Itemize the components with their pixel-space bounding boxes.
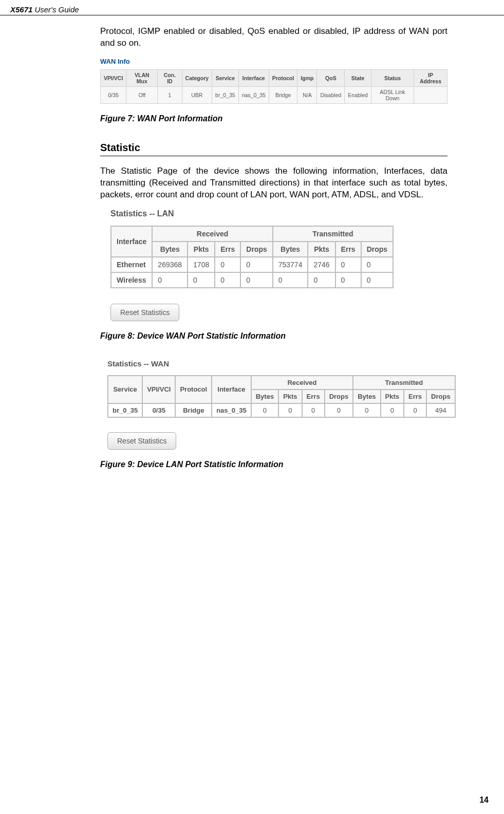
col: State bbox=[345, 69, 371, 86]
cell: 0 bbox=[251, 403, 278, 417]
cell: 0 bbox=[273, 272, 308, 288]
figure-7-caption: Figure 7: WAN Port Information bbox=[100, 114, 447, 123]
cell: 0/35 bbox=[142, 403, 175, 417]
col: Errs bbox=[215, 242, 240, 257]
table-header-row: VPI/VCI VLAN Mux Con. ID Category Servic… bbox=[101, 69, 447, 86]
cell bbox=[414, 86, 447, 103]
cell: 0 bbox=[381, 403, 404, 417]
reset-button-wrap: Reset Statistics bbox=[110, 304, 439, 321]
figure-9-caption: Figure 9: Device LAN Port Statistic Info… bbox=[100, 460, 447, 469]
cell: 753774 bbox=[273, 257, 308, 272]
lan-stats-title: Statistics -- LAN bbox=[110, 209, 439, 218]
cell: 0 bbox=[215, 272, 240, 288]
intro-continuation: Protocol, IGMP enabled or disabled, QoS … bbox=[100, 26, 447, 49]
cell: N/A bbox=[297, 86, 317, 103]
wan-statistics-figure: Statistics -- WAN Service VPI/VCI Protoc… bbox=[107, 359, 436, 450]
col: Service bbox=[108, 376, 142, 403]
cell: Enabled bbox=[345, 86, 371, 103]
wan-info-label: WAN Info bbox=[100, 58, 447, 65]
cell: Bridge bbox=[175, 403, 212, 417]
cell: 2746 bbox=[308, 257, 335, 272]
table-header-row: Bytes Pkts Errs Drops Bytes Pkts Errs Dr… bbox=[111, 242, 393, 257]
table-row: Wireless 0 0 0 0 0 0 0 0 bbox=[111, 272, 393, 288]
col-group-received: Received bbox=[251, 376, 353, 390]
col: VLAN Mux bbox=[126, 69, 158, 86]
cell: 0 bbox=[404, 403, 426, 417]
cell: 0 bbox=[152, 272, 188, 288]
col: Interface bbox=[212, 376, 251, 403]
lan-stats-table: Interface Received Transmitted Bytes Pkt… bbox=[110, 226, 394, 288]
col: Con. ID bbox=[158, 69, 182, 86]
doc-subtitle: User's Guide bbox=[34, 5, 79, 14]
reset-statistics-button[interactable]: Reset Statistics bbox=[107, 432, 176, 450]
col: IP Address bbox=[414, 69, 447, 86]
lan-statistics-figure: Statistics -- LAN Interface Received Tra… bbox=[110, 209, 439, 321]
cell: 0 bbox=[240, 272, 272, 288]
col: VPI/VCI bbox=[101, 69, 126, 86]
table-header-row: Interface Received Transmitted bbox=[111, 226, 393, 242]
cell: 0 bbox=[188, 272, 215, 288]
col: VPI/VCI bbox=[142, 376, 175, 403]
col-group-transmitted: Transmitted bbox=[353, 376, 455, 390]
wan-info-table: VPI/VCI VLAN Mux Con. ID Category Servic… bbox=[100, 69, 447, 104]
statistic-body: The Statistic Page of the device shows t… bbox=[100, 165, 447, 201]
wan-info-figure: WAN Info VPI/VCI VLAN Mux Con. ID Catego… bbox=[100, 58, 447, 104]
cell: 0 bbox=[240, 257, 272, 272]
cell: 269368 bbox=[152, 257, 188, 272]
col: Protocol bbox=[269, 69, 297, 86]
col: Service bbox=[212, 69, 239, 86]
cell: Disabled bbox=[317, 86, 345, 103]
col-group-received: Received bbox=[152, 226, 272, 242]
col: Bytes bbox=[273, 242, 308, 257]
col: QoS bbox=[317, 69, 345, 86]
cell: 0 bbox=[361, 257, 393, 272]
col: Bytes bbox=[152, 242, 188, 257]
col: Interface bbox=[238, 69, 269, 86]
col: Drops bbox=[361, 242, 393, 257]
cell: nas_0_35 bbox=[238, 86, 269, 103]
col: Pkts bbox=[308, 242, 335, 257]
cell: 0 bbox=[302, 403, 325, 417]
cell: br_0_35 bbox=[212, 86, 239, 103]
reset-statistics-button[interactable]: Reset Statistics bbox=[110, 304, 179, 321]
col: Drops bbox=[240, 242, 272, 257]
cell: Off bbox=[126, 86, 158, 103]
page-content: Protocol, IGMP enabled or disabled, QoS … bbox=[0, 26, 504, 469]
section-statistic: Statistic bbox=[100, 142, 447, 156]
col: Pkts bbox=[188, 242, 215, 257]
col: Pkts bbox=[278, 390, 302, 403]
cell: nas_0_35 bbox=[212, 403, 251, 417]
table-row: 0/35 Off 1 UBR br_0_35 nas_0_35 Bridge N… bbox=[101, 86, 447, 103]
table-row: Ethernet 269368 1708 0 0 753774 2746 0 0 bbox=[111, 257, 393, 272]
cell: UBR bbox=[182, 86, 212, 103]
figure-8-caption: Figure 8: Device WAN Port Statistic Info… bbox=[100, 331, 447, 341]
cell: br_0_35 bbox=[108, 403, 142, 417]
col: Errs bbox=[302, 390, 325, 403]
table-header-row: Service VPI/VCI Protocol Interface Recei… bbox=[108, 376, 455, 390]
cell: 0 bbox=[353, 403, 380, 417]
table-row: br_0_35 0/35 Bridge nas_0_35 0 0 0 0 0 0… bbox=[108, 403, 455, 417]
col-group-transmitted: Transmitted bbox=[273, 226, 393, 242]
cell: 1 bbox=[158, 86, 182, 103]
cell-iface: Wireless bbox=[111, 272, 152, 288]
col: Status bbox=[371, 69, 414, 86]
col-interface: Interface bbox=[111, 226, 152, 257]
col: Bytes bbox=[353, 390, 380, 403]
page-header: X5671 User's Guide bbox=[0, 0, 504, 15]
cell-iface: Ethernet bbox=[111, 257, 152, 272]
col: Drops bbox=[426, 390, 455, 403]
cell: 1708 bbox=[188, 257, 215, 272]
page-number: 14 bbox=[479, 795, 489, 805]
col: Bytes bbox=[251, 390, 278, 403]
col: Errs bbox=[335, 242, 361, 257]
col: Igmp bbox=[297, 69, 317, 86]
col: Drops bbox=[325, 390, 353, 403]
reset-button-wrap: Reset Statistics bbox=[107, 432, 436, 450]
cell: Bridge bbox=[269, 86, 297, 103]
cell: 0 bbox=[335, 272, 361, 288]
cell: 494 bbox=[426, 403, 455, 417]
doc-model: X5671 bbox=[10, 5, 32, 14]
cell: 0 bbox=[335, 257, 361, 272]
wan-stats-title: Statistics -- WAN bbox=[107, 359, 436, 368]
cell: ADSL Link Down bbox=[371, 86, 414, 103]
